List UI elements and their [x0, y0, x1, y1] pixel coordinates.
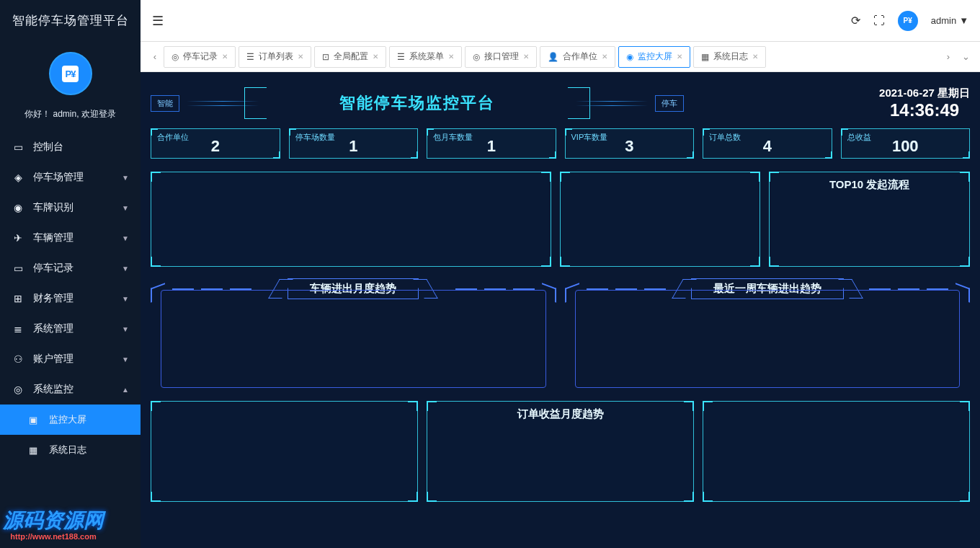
- tab-label: 系统菜单: [409, 50, 444, 63]
- dashboard-time: 14:36:49: [879, 100, 970, 120]
- close-icon[interactable]: ✕: [373, 53, 378, 61]
- stat-card: 订单总数4: [703, 128, 832, 159]
- menu-icon: ◉: [12, 202, 24, 213]
- sidebar: 智能停车场管理平台 P¥ 你好！ admin, 欢迎登录 ▭控制台◈停车场管理▼…: [0, 0, 141, 548]
- menu-label: 停车场管理: [33, 171, 122, 184]
- tab[interactable]: ☰系统菜单✕: [389, 46, 462, 68]
- tab-icon: 👤: [548, 52, 558, 62]
- close-icon[interactable]: ✕: [523, 53, 529, 61]
- tabs-scroll-left-icon[interactable]: ‹: [146, 51, 164, 62]
- deco-badge-left: 智能: [151, 95, 179, 112]
- greeting-text: 你好！ admin, 欢迎登录: [0, 101, 141, 132]
- tab[interactable]: ☰订单列表✕: [239, 46, 311, 68]
- menu-label: 车牌识别: [33, 201, 122, 214]
- chevron-icon: ▼: [122, 325, 129, 333]
- menu-label: 系统管理: [33, 322, 122, 335]
- menu-toggle-icon[interactable]: ☰: [152, 13, 164, 29]
- chevron-icon: ▼: [122, 265, 129, 273]
- sidebar-menu: ▭控制台◈停车场管理▼◉车牌识别▼✈车辆管理▼▭停车记录▼⊞财务管理▼≣系统管理…: [0, 132, 141, 465]
- panel-empty-3: [151, 401, 418, 502]
- username: admin: [931, 15, 956, 26]
- panel-row-2: 车辆进出月度趋势 最近一周车辆进出趋势: [151, 280, 970, 388]
- tab[interactable]: ◎停车记录✕: [164, 46, 236, 68]
- tab-icon: ☰: [397, 52, 405, 62]
- deco-badge-right: 停车: [655, 95, 684, 112]
- logo: P¥: [0, 42, 141, 101]
- menu-icon: ◈: [12, 172, 24, 183]
- tab-label: 监控大屏: [638, 50, 672, 63]
- close-icon[interactable]: ✕: [677, 53, 682, 61]
- refresh-icon[interactable]: ⟳: [851, 14, 860, 27]
- close-icon[interactable]: ✕: [222, 53, 228, 61]
- chevron-down-icon: ▼: [959, 15, 968, 26]
- panel-monthly-inout: 车辆进出月度趋势: [151, 280, 556, 388]
- avatar[interactable]: P¥: [898, 11, 918, 31]
- sidebar-item[interactable]: ✈车辆管理▼: [0, 223, 141, 253]
- stat-card: 总收益100: [841, 128, 971, 159]
- fullscreen-icon[interactable]: ⛶: [873, 14, 885, 27]
- panel-row-3: 订单收益月度趋势: [151, 401, 970, 502]
- menu-icon: ◎: [12, 384, 24, 395]
- menu-label: 监控大屏: [49, 413, 86, 426]
- tab[interactable]: ⊡全局配置✕: [314, 46, 386, 68]
- tab-icon: ◉: [626, 52, 633, 62]
- stat-card: 合作单位2: [151, 128, 280, 159]
- user-dropdown[interactable]: admin ▼: [931, 15, 968, 26]
- tab[interactable]: 👤合作单位✕: [540, 46, 615, 68]
- tab-icon: ◎: [172, 52, 179, 62]
- sidebar-item[interactable]: ≣系统管理▼: [0, 314, 141, 344]
- tab-strip: ‹ ◎停车记录✕☰订单列表✕⊡全局配置✕☰系统菜单✕◎接口管理✕👤合作单位✕◉监…: [141, 42, 980, 72]
- close-icon[interactable]: ✕: [298, 53, 303, 61]
- sidebar-item[interactable]: ◎系统监控▲: [0, 374, 141, 405]
- menu-label: 车辆管理: [33, 231, 122, 244]
- stat-card: 停车场数量1: [289, 128, 419, 159]
- sidebar-item[interactable]: ⊞财务管理▼: [0, 283, 141, 314]
- sidebar-item[interactable]: ⚇账户管理▼: [0, 344, 141, 374]
- sidebar-item[interactable]: ▭停车记录▼: [0, 253, 141, 283]
- dashboard-date: 2021-06-27 星期日: [879, 87, 970, 100]
- menu-label: 账户管理: [33, 353, 122, 366]
- logo-icon: P¥: [49, 52, 92, 95]
- sidebar-sub-item[interactable]: ▦系统日志: [0, 435, 141, 465]
- app-title: 智能停车场管理平台: [0, 0, 141, 42]
- chevron-icon: ▼: [122, 295, 129, 303]
- tab-icon: ◎: [473, 52, 480, 62]
- sidebar-item[interactable]: ◉车牌识别▼: [0, 193, 141, 223]
- panel-row-1: TOP10 发起流程: [151, 172, 970, 267]
- panel-empty-2: [560, 172, 761, 267]
- tab-label: 合作单位: [563, 50, 597, 63]
- close-icon[interactable]: ✕: [602, 53, 607, 61]
- topbar: ☰ ⟳ ⛶ P¥ admin ▼: [141, 0, 980, 42]
- stat-card: VIP车数量3: [565, 128, 695, 159]
- chevron-icon: ▼: [122, 174, 129, 182]
- menu-icon: ▭: [12, 262, 24, 274]
- menu-icon: ⚇: [12, 353, 24, 365]
- stat-label: 订单总数: [709, 132, 741, 143]
- sidebar-item[interactable]: ▭控制台: [0, 132, 141, 162]
- deco-lines: [569, 103, 655, 104]
- stat-label: 停车场数量: [295, 132, 335, 143]
- chevron-icon: ▼: [122, 204, 129, 212]
- tab-label: 系统日志: [713, 50, 748, 63]
- close-icon[interactable]: ✕: [752, 53, 758, 61]
- stat-label: 合作单位: [157, 132, 189, 143]
- sidebar-sub-item[interactable]: ▣监控大屏: [0, 405, 141, 435]
- menu-label: 停车记录: [33, 262, 122, 275]
- menu-label: 系统日志: [49, 443, 86, 456]
- panel-empty-1: [151, 172, 551, 267]
- tab[interactable]: ◎接口管理✕: [465, 46, 537, 68]
- close-icon[interactable]: ✕: [448, 53, 454, 61]
- stat-label: VIP车数量: [571, 132, 608, 143]
- dashboard-title-frame: 智能停车场监控平台: [266, 87, 569, 119]
- tab-icon: ☰: [246, 52, 254, 62]
- menu-icon: ▣: [29, 415, 42, 425]
- tabs-menu-icon[interactable]: ⌄: [957, 51, 974, 62]
- panel-order-revenue-title: 订单收益月度趋势: [517, 407, 604, 421]
- tabs-scroll-right-icon[interactable]: ›: [940, 51, 957, 62]
- tab[interactable]: ◉监控大屏✕: [618, 46, 690, 68]
- tab-label: 接口管理: [484, 50, 519, 63]
- sidebar-item[interactable]: ◈停车场管理▼: [0, 162, 141, 193]
- tab[interactable]: ▦系统日志✕: [693, 46, 766, 68]
- dashboard-header: 智能 智能停车场监控平台 停车 2021-06-27 星期日 14:36:49: [151, 81, 970, 125]
- tab-label: 订单列表: [259, 50, 293, 63]
